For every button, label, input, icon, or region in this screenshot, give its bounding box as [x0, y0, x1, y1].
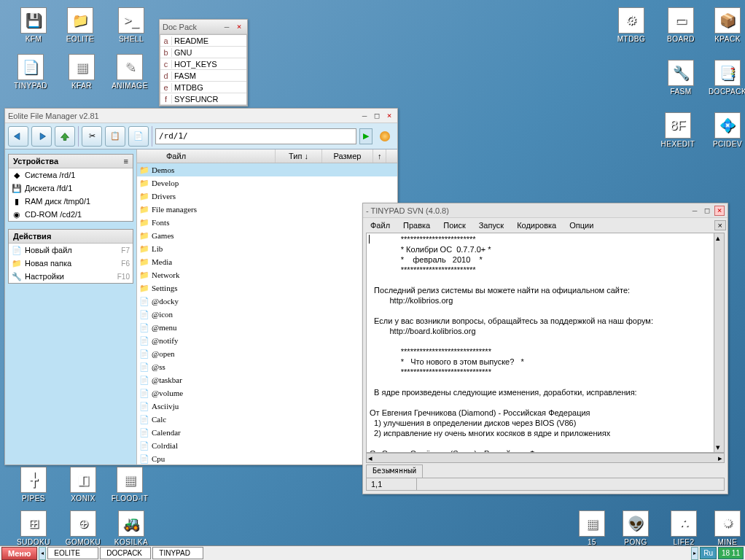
up-button[interactable] — [55, 126, 75, 147]
desktop-icon-pcidev[interactable]: 💠PCIDEV — [706, 112, 745, 148]
desktop-icon-board[interactable]: ▭BOARD — [659, 7, 703, 43]
menu-опции[interactable]: Опции — [563, 219, 599, 231]
desktop-icon-15[interactable]: ▦15 — [570, 510, 614, 546]
file-row[interactable]: 📄Cpu — [137, 452, 397, 464]
tinypad-titlebar[interactable]: - TINYPAD SVN (4.0.8) – □ × — [363, 203, 728, 218]
close-button[interactable]: × — [234, 22, 244, 32]
file-row[interactable]: 📁Demos — [137, 163, 397, 176]
menu-файл[interactable]: Файл — [364, 219, 396, 231]
menu-запуск[interactable]: Запуск — [473, 219, 510, 231]
desktop-icon-pipes[interactable]: ╋PIPES — [12, 467, 55, 502]
docpack-titlebar[interactable]: Doc Pack – × — [160, 20, 247, 34]
file-row[interactable]: 📄Calc — [137, 413, 397, 426]
menu-правка[interactable]: Правка — [397, 219, 436, 231]
close-button[interactable]: × — [714, 206, 725, 216]
eolite-titlebar[interactable]: Eolite File Manager v2.81 – □ × — [5, 109, 397, 123]
collapse-icon[interactable]: ≡ — [124, 157, 128, 166]
desktop-icon-fasm[interactable]: 🔧FASM — [659, 60, 703, 96]
desktop-icon-tinypad[interactable]: 📄TINYPAD — [9, 54, 52, 90]
menu-кодировка[interactable]: Кодировка — [511, 219, 562, 231]
taskbar-divider-right[interactable]: ▸ — [691, 547, 698, 560]
file-row[interactable]: 📄Colrdial — [137, 439, 397, 452]
file-row[interactable]: 📄@docky — [137, 295, 397, 308]
action-item[interactable]: 📁Новая папкаF6 — [9, 257, 133, 270]
desktop-icon-kpack[interactable]: 📦KPACK — [706, 7, 745, 43]
device-item[interactable]: 💾Дискета /fd/1 — [9, 182, 133, 195]
task-button-tinypad[interactable]: TINYPAD — [152, 547, 203, 559]
docpack-item[interactable]: bGNU — [160, 47, 246, 58]
file-row[interactable]: 📄@volume — [137, 386, 397, 400]
horizontal-scrollbar[interactable] — [366, 453, 725, 463]
desktop-icon-mtdbg[interactable]: ⚙MTDBG — [609, 7, 653, 43]
file-row[interactable]: 📁Drivers — [137, 190, 397, 203]
start-menu-button[interactable]: Меню — [1, 547, 37, 560]
docpack-item[interactable]: aREADME — [160, 35, 246, 47]
paste-button[interactable]: 📄 — [128, 126, 149, 147]
file-row[interactable]: 📄@ss — [137, 360, 397, 373]
desktop-icon-docpack[interactable]: 📑DOCPACK — [706, 60, 745, 96]
file-row[interactable]: 📁Network — [137, 268, 397, 281]
file-row[interactable]: 📁File managers — [137, 203, 397, 216]
language-indicator[interactable]: Ru — [700, 547, 717, 559]
desktop-icon-life2[interactable]: ∴LIFE2 — [662, 510, 706, 546]
file-row[interactable]: 📄@icon — [137, 308, 397, 321]
file-row[interactable]: 📄@notify — [137, 334, 397, 347]
forward-button[interactable] — [31, 126, 52, 147]
desktop-icon-hexedit[interactable]: 8FHEXEDIT — [656, 112, 700, 148]
file-row[interactable]: 📁Fonts — [137, 216, 397, 229]
file-row[interactable]: 📁Settings — [137, 281, 397, 295]
editor-area[interactable]: ************************ * Колибри ОС 0.… — [366, 233, 725, 453]
desktop-icon-kfar[interactable]: ▦KFAR — [60, 54, 104, 90]
desktop-icon-animage[interactable]: ✎ANIMAGE — [108, 54, 152, 90]
taskbar-divider-left[interactable]: ◂ — [39, 547, 46, 560]
back-button[interactable] — [8, 126, 28, 147]
desktop-icon-pong[interactable]: 👽PONG — [614, 510, 658, 546]
desktop-icon-xonix[interactable]: ◧XONIX — [61, 467, 105, 502]
action-item[interactable]: 🔧НастройкиF10 — [9, 270, 133, 283]
menu-поиск[interactable]: Поиск — [437, 219, 471, 231]
file-row[interactable]: 📁Media — [137, 255, 397, 268]
file-row[interactable]: 📄@open — [137, 347, 397, 360]
vertical-scrollbar[interactable] — [714, 233, 724, 452]
maximize-button[interactable]: □ — [372, 111, 382, 121]
minimize-button[interactable]: – — [222, 22, 232, 32]
desktop-icon-mine[interactable]: ✹MINE — [706, 510, 745, 546]
device-item[interactable]: ◆Система /rd/1 — [9, 168, 133, 182]
close-button[interactable]: × — [384, 111, 394, 121]
clock[interactable]: 18 11 — [718, 547, 744, 559]
desktop-icon-sudoku[interactable]: ⊞SUDOKU — [12, 510, 55, 546]
file-row[interactable]: 📄@menu — [137, 321, 397, 334]
desktop-icon-gomoku[interactable]: ⊕GOMOKU — [61, 510, 105, 546]
maximize-button[interactable]: □ — [702, 206, 712, 216]
minimize-button[interactable]: – — [359, 111, 370, 121]
refresh-icon[interactable] — [380, 131, 390, 141]
file-row[interactable]: 📄Calendar — [137, 426, 397, 439]
column-sort[interactable]: ↑ — [373, 149, 386, 163]
desktop-icon-eolite[interactable]: 📁EOLITE — [58, 7, 102, 43]
device-item[interactable]: ◉CD-ROM /cd2/1 — [9, 208, 133, 221]
menu-close-button[interactable]: × — [714, 220, 726, 230]
docpack-item[interactable]: eMTDBG — [160, 82, 246, 93]
copy-button[interactable]: 📋 — [105, 126, 125, 147]
minimize-button[interactable]: – — [690, 206, 700, 216]
file-tab[interactable]: Безымянный — [366, 464, 423, 478]
desktop-icon-kfm[interactable]: 💾KFM — [12, 7, 55, 43]
docpack-item[interactable]: fSYSFUNCR — [160, 93, 246, 105]
device-item[interactable]: ▮RAM диск /tmp0/1 — [9, 195, 133, 208]
desktop-icon-kosilka[interactable]: 🚜KOSILKA — [109, 510, 153, 546]
column-type[interactable]: Тип ↓ — [276, 149, 322, 163]
desktop-icon-flood-it[interactable]: ▦FLOOD-IT — [108, 467, 152, 502]
desktop-icon-shell[interactable]: >_SHELL — [109, 7, 153, 43]
action-item[interactable]: 📄Новый файлF7 — [9, 244, 133, 257]
file-row[interactable]: 📁Lib — [137, 242, 397, 255]
file-row[interactable]: 📄Asciivju — [137, 400, 397, 413]
docpack-item[interactable]: dFASM — [160, 70, 246, 82]
task-button-eolite[interactable]: EOLITE — [47, 547, 98, 559]
cut-button[interactable]: ✂ — [82, 126, 102, 147]
go-button[interactable]: ▶ — [359, 128, 372, 144]
file-row[interactable]: 📁Games — [137, 229, 397, 242]
column-name[interactable]: Файл — [137, 149, 276, 163]
task-button-docpack[interactable]: DOCPACK — [100, 547, 151, 559]
docpack-item[interactable]: cHOT_KEYS — [160, 58, 246, 70]
file-row[interactable]: 📁Develop — [137, 176, 397, 190]
